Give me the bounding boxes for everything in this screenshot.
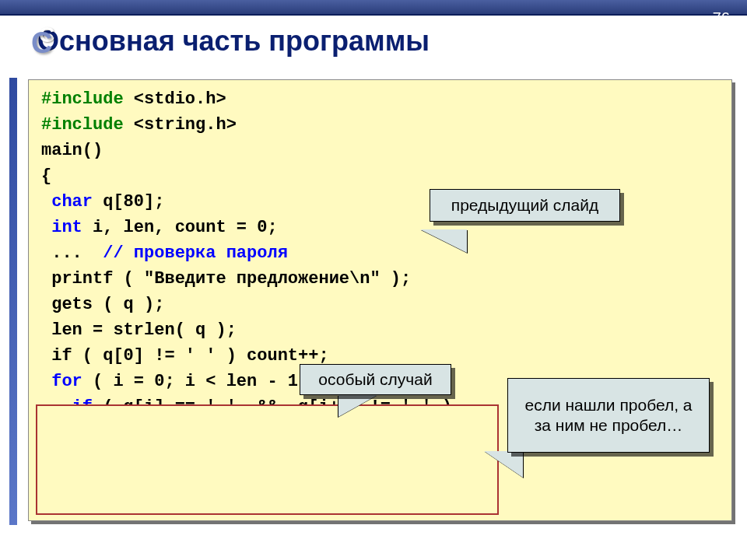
code-line: if ( q[0] != ' ' ) count++; [41,346,329,366]
kw-include: #include [41,89,134,109]
code-line: printf ( "Введите предложение\n" ); [41,269,411,289]
hdr-stdio: <stdio.h> [134,89,226,109]
highlight-box [36,404,499,515]
callout-tail [484,451,523,478]
callout-prev-slide: предыдущий слайд [430,189,620,222]
header-band [0,0,747,16]
kw-for: for [41,372,82,391]
kw-int: int [41,218,82,237]
code-line: ... [41,243,103,263]
logo-front: C [31,26,52,60]
code-line: len = strlen( q ); [41,320,237,340]
callout-tail [338,395,377,417]
callout-found-space: если нашли пробел, а за ним не пробел… [507,378,710,453]
callout-special-case: особый случай [300,364,451,395]
kw-char: char [41,192,93,212]
code-line: q[80]; [93,192,164,212]
hdr-string: <string.h> [134,115,237,135]
slide-title: Основная часть программы [37,25,430,58]
comment: // проверка пароля [103,243,288,263]
code-line: main() [41,141,103,160]
kw-include: #include [41,115,134,135]
cpp-logo: C C [31,22,78,56]
code-line: gets ( q ); [41,295,164,314]
left-rail [9,78,17,525]
callout-tail [420,229,467,253]
code-line: { [41,166,51,186]
code-line: i, len, count = 0; [82,218,278,237]
page-number: 76 [713,9,730,27]
